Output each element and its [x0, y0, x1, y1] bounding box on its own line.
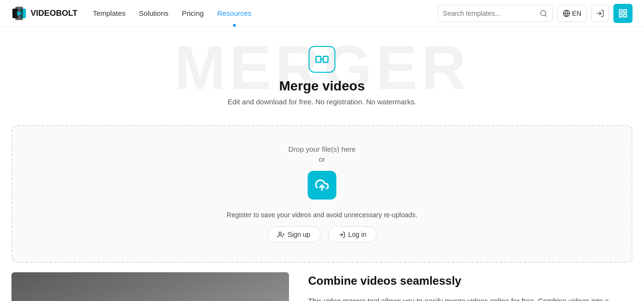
- globe-icon: [563, 10, 570, 17]
- nav-resources[interactable]: Resources: [217, 9, 252, 17]
- upload-icon: [315, 178, 329, 192]
- signup-label: Sign up: [288, 231, 310, 238]
- signup-icon: [278, 231, 285, 238]
- language-label: EN: [572, 10, 581, 17]
- search-input[interactable]: [443, 10, 540, 17]
- search-icon: [540, 10, 547, 17]
- drop-text: Drop your file(s) here: [22, 145, 622, 153]
- bottom-text: Combine videos seamlessly This video mer…: [308, 272, 633, 301]
- bottom-section: Combine videos seamlessly This video mer…: [0, 272, 644, 301]
- login-button[interactable]: Log in: [328, 226, 377, 243]
- svg-rect-12: [620, 14, 622, 17]
- svg-rect-9: [620, 10, 622, 12]
- bottom-title: Combine videos seamlessly: [308, 274, 633, 288]
- svg-rect-11: [624, 14, 627, 17]
- svg-rect-13: [316, 56, 321, 63]
- nav-solutions[interactable]: Solutions: [139, 9, 168, 17]
- auth-buttons: Sign up Log in: [22, 226, 622, 243]
- hero-title: Merge videos: [10, 78, 634, 94]
- or-text: or: [22, 155, 622, 163]
- merge-icon: [315, 52, 329, 67]
- dashboard-button[interactable]: [613, 4, 633, 23]
- logo-icon: [11, 6, 27, 21]
- upload-button[interactable]: [308, 171, 336, 200]
- video-preview: [11, 272, 289, 301]
- video-bg: [11, 272, 289, 301]
- navbar: VIDEOBOLT Templates Solutions Pricing Re…: [0, 0, 644, 27]
- nav-pricing[interactable]: Pricing: [182, 9, 204, 17]
- navbar-left: VIDEOBOLT Templates Solutions Pricing Re…: [11, 6, 252, 21]
- dashboard-icon: [618, 9, 628, 18]
- svg-line-5: [545, 15, 546, 16]
- navbar-right: EN: [438, 4, 633, 23]
- nav-links: Templates Solutions Pricing Resources: [93, 9, 252, 17]
- logo[interactable]: VIDEOBOLT: [11, 6, 78, 21]
- hero-section: MERGER Merge videos Edit and download fo…: [0, 27, 644, 115]
- search-box: [438, 5, 553, 22]
- signin-button[interactable]: [591, 5, 609, 22]
- brand-name: VIDEOBOLT: [31, 9, 78, 18]
- upload-section: Drop your file(s) here or Register to sa…: [11, 125, 633, 263]
- svg-rect-10: [624, 10, 627, 12]
- language-button[interactable]: EN: [557, 5, 587, 22]
- hero-subtitle: Edit and download for free. No registrat…: [10, 98, 634, 106]
- merge-icon-box: [309, 46, 335, 73]
- hero-content: Merge videos Edit and download for free.…: [10, 46, 634, 106]
- svg-point-17: [279, 232, 281, 234]
- login-icon: [338, 231, 345, 238]
- bottom-description: This video merger tool allows you to eas…: [308, 295, 633, 301]
- register-text: Register to save your videos and avoid u…: [22, 211, 622, 219]
- svg-rect-14: [323, 56, 328, 63]
- user-icon: [596, 9, 604, 18]
- signup-button[interactable]: Sign up: [267, 226, 320, 243]
- login-label: Log in: [348, 231, 366, 238]
- nav-templates[interactable]: Templates: [93, 9, 125, 17]
- search-button[interactable]: [540, 10, 547, 17]
